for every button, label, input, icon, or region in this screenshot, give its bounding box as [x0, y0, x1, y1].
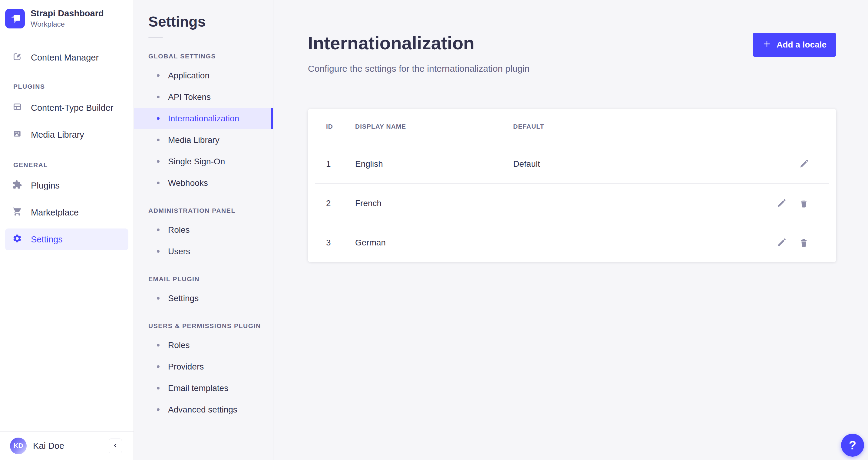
subnav-section-administration-panel: ADMINISTRATION PANEL: [134, 207, 273, 214]
bullet-icon: [157, 74, 160, 77]
subnav-item-label: Roles: [168, 340, 190, 350]
cell-display-name: French: [355, 199, 513, 208]
workspace-subtitle: Workplace: [31, 20, 104, 28]
bullet-icon: [157, 139, 160, 141]
bullet-icon: [157, 297, 160, 300]
cell-id: 3: [326, 238, 355, 248]
sidebar-item-content-type-builder[interactable]: Content-Type Builder: [5, 97, 128, 119]
subnav-item-application[interactable]: Application: [134, 65, 273, 86]
main-nav-list: Content Manager PLUGINS Content-Type Bui…: [0, 40, 133, 250]
subnav-item-up-providers[interactable]: Providers: [134, 356, 273, 377]
subnav-item-internationalization[interactable]: Internationalization: [134, 108, 273, 129]
sidebar-item-label: Marketplace: [31, 207, 79, 218]
sidebar-item-plugins[interactable]: Plugins: [5, 175, 128, 196]
user-avatar: KD: [10, 437, 27, 454]
subnav-list: Settings: [134, 288, 273, 309]
subnav-list: Roles Users: [134, 219, 273, 262]
row-actions: [776, 237, 809, 248]
subnav-item-label: Single Sign-On: [168, 157, 225, 166]
bullet-icon: [157, 117, 160, 120]
subnav-title: Settings: [134, 0, 273, 30]
table-row: 3 German: [315, 223, 829, 262]
puzzle-icon: [12, 180, 22, 192]
sidebar-item-label: Plugins: [31, 181, 60, 191]
pencil-icon: [776, 198, 786, 208]
cart-icon: [12, 207, 22, 219]
add-locale-button[interactable]: Add a locale: [753, 33, 836, 57]
sidebar-item-marketplace[interactable]: Marketplace: [5, 202, 128, 223]
subnav-section-global-settings: GLOBAL SETTINGS: [134, 53, 273, 60]
question-mark-icon: ?: [849, 438, 856, 452]
subnav-item-label: API Tokens: [168, 92, 211, 102]
help-button[interactable]: ?: [841, 434, 864, 457]
subnav-item-label: Advanced settings: [168, 405, 237, 415]
subnav-item-api-tokens[interactable]: API Tokens: [134, 86, 273, 108]
subnav-item-media-library[interactable]: Media Library: [134, 129, 273, 151]
sidebar-item-settings[interactable]: Settings: [5, 229, 128, 250]
subnav-item-label: Roles: [168, 225, 190, 235]
subnav-item-up-roles[interactable]: Roles: [134, 334, 273, 356]
collapse-sidebar-button[interactable]: [109, 438, 122, 453]
sidebar-item-label: Media Library: [31, 130, 84, 140]
subnav-item-up-advanced-settings[interactable]: Advanced settings: [134, 399, 273, 420]
bullet-icon: [157, 229, 160, 231]
feather-pen-icon: [12, 52, 22, 64]
brand-text: Strapi Dashboard Workplace: [31, 8, 104, 28]
bullet-icon: [157, 160, 160, 163]
subnav-item-label: Email templates: [168, 384, 228, 393]
bullet-icon: [157, 408, 160, 411]
cell-id: 1: [326, 159, 355, 169]
sidebar-item-content-manager[interactable]: Content Manager: [5, 46, 128, 68]
edit-locale-button[interactable]: [776, 198, 786, 208]
trash-icon: [799, 237, 809, 248]
sidebar-footer: KD Kai Doe: [0, 431, 133, 460]
subnav-section-email-plugin: EMAIL PLUGIN: [134, 275, 273, 283]
picture-icon: [12, 129, 22, 141]
subnav-list: Application API Tokens Internationalizat…: [134, 65, 273, 194]
settings-subnav: Settings GLOBAL SETTINGS Application API…: [134, 0, 273, 460]
bullet-icon: [157, 182, 160, 184]
subnav-section-users-permissions: USERS & PERMISSIONS PLUGIN: [134, 322, 273, 330]
subnav-item-label: Settings: [168, 294, 198, 303]
subnav-item-admin-users[interactable]: Users: [134, 240, 273, 262]
plus-icon: [762, 39, 771, 51]
subnav-item-up-email-templates[interactable]: Email templates: [134, 377, 273, 399]
user-name[interactable]: Kai Doe: [33, 441, 64, 451]
bullet-icon: [157, 365, 160, 368]
subnav-list: Roles Providers Email templates Advanced…: [134, 334, 273, 420]
subnav-item-label: Users: [168, 247, 190, 256]
main-sidebar: Strapi Dashboard Workplace Content Manag…: [0, 0, 134, 460]
bullet-icon: [157, 96, 160, 98]
sidebar-section-plugins: PLUGINS: [0, 83, 133, 90]
edit-locale-button[interactable]: [799, 159, 809, 169]
sidebar-item-label: Settings: [31, 234, 63, 244]
subnav-item-webhooks[interactable]: Webhooks: [134, 172, 273, 194]
column-header-id: ID: [326, 123, 355, 130]
subnav-item-admin-roles[interactable]: Roles: [134, 219, 273, 240]
subnav-item-single-sign-on[interactable]: Single Sign-On: [134, 151, 273, 172]
bullet-icon: [157, 250, 160, 253]
subnav-item-label: Providers: [168, 362, 204, 372]
table-row: 2 French: [315, 184, 829, 223]
trash-icon: [799, 198, 809, 208]
subnav-item-email-settings[interactable]: Settings: [134, 288, 273, 309]
row-actions: [799, 159, 809, 169]
pencil-icon: [776, 237, 786, 248]
main-content: Internationalization Add a locale Config…: [273, 0, 868, 460]
delete-locale-button[interactable]: [799, 237, 809, 248]
locales-table: ID DISPLAY NAME DEFAULT 1 English Defaul…: [308, 109, 836, 262]
subnav-item-label: Application: [168, 71, 210, 80]
workspace-title: Strapi Dashboard: [31, 8, 104, 19]
edit-locale-button[interactable]: [776, 237, 786, 248]
chevron-left-icon: [112, 442, 119, 450]
row-actions: [776, 198, 809, 208]
delete-locale-button[interactable]: [799, 198, 809, 208]
subnav-item-label: Webhooks: [168, 178, 208, 188]
table-header-row: ID DISPLAY NAME DEFAULT: [315, 109, 829, 144]
sidebar-item-label: Content Manager: [31, 53, 99, 63]
page-header: Internationalization Add a locale: [308, 33, 836, 57]
sidebar-item-media-library[interactable]: Media Library: [5, 124, 128, 145]
bullet-icon: [157, 387, 160, 390]
divider: [148, 37, 163, 38]
column-header-default: DEFAULT: [513, 123, 809, 130]
